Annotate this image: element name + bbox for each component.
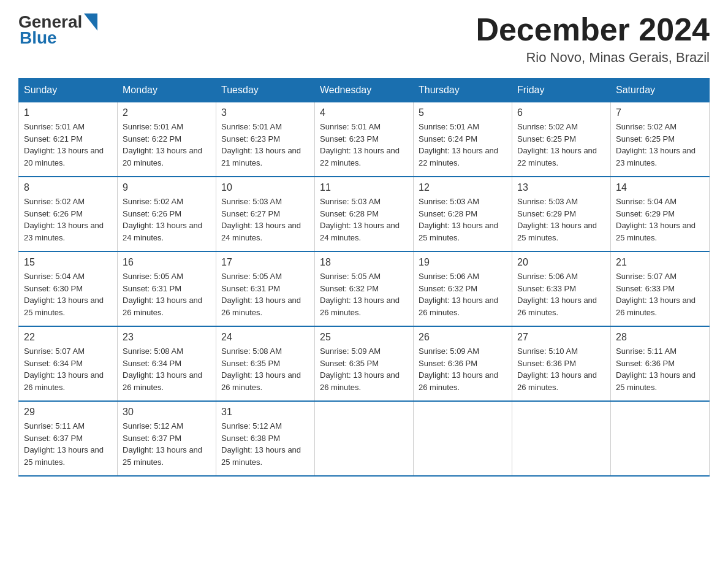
calendar-table: SundayMondayTuesdayWednesdayThursdayFrid… bbox=[18, 78, 710, 477]
day-number: 10 bbox=[221, 182, 309, 193]
svg-marker-0 bbox=[84, 13, 97, 31]
day-number: 27 bbox=[517, 332, 605, 343]
calendar-cell bbox=[611, 401, 710, 476]
calendar-cell: 15Sunrise: 5:04 AMSunset: 6:30 PMDayligh… bbox=[19, 251, 118, 326]
calendar-cell: 21Sunrise: 5:07 AMSunset: 6:33 PMDayligh… bbox=[611, 251, 710, 326]
calendar-week-row: 1Sunrise: 5:01 AMSunset: 6:21 PMDaylight… bbox=[19, 102, 710, 177]
day-info: Sunrise: 5:11 AMSunset: 6:36 PMDaylight:… bbox=[616, 345, 704, 393]
day-number: 24 bbox=[221, 332, 309, 343]
day-number: 16 bbox=[123, 257, 211, 268]
day-number: 30 bbox=[123, 407, 211, 418]
calendar-cell: 7Sunrise: 5:02 AMSunset: 6:25 PMDaylight… bbox=[611, 102, 710, 177]
day-info: Sunrise: 5:02 AMSunset: 6:26 PMDaylight:… bbox=[123, 196, 211, 243]
day-info: Sunrise: 5:05 AMSunset: 6:32 PMDaylight:… bbox=[320, 270, 408, 318]
calendar-cell: 29Sunrise: 5:11 AMSunset: 6:37 PMDayligh… bbox=[19, 401, 118, 476]
day-info: Sunrise: 5:08 AMSunset: 6:34 PMDaylight:… bbox=[123, 345, 211, 393]
day-info: Sunrise: 5:10 AMSunset: 6:36 PMDaylight:… bbox=[517, 345, 605, 393]
calendar-cell: 4Sunrise: 5:01 AMSunset: 6:23 PMDaylight… bbox=[315, 102, 414, 177]
location-title: Rio Novo, Minas Gerais, Brazil bbox=[476, 50, 710, 66]
calendar-cell: 20Sunrise: 5:06 AMSunset: 6:33 PMDayligh… bbox=[512, 251, 611, 326]
calendar-week-row: 15Sunrise: 5:04 AMSunset: 6:30 PMDayligh… bbox=[19, 251, 710, 326]
calendar-header-wednesday: Wednesday bbox=[315, 79, 414, 102]
day-info: Sunrise: 5:01 AMSunset: 6:22 PMDaylight:… bbox=[123, 121, 211, 169]
calendar-cell: 26Sunrise: 5:09 AMSunset: 6:36 PMDayligh… bbox=[414, 326, 512, 401]
calendar-week-row: 8Sunrise: 5:02 AMSunset: 6:26 PMDaylight… bbox=[19, 177, 710, 251]
calendar-cell: 25Sunrise: 5:09 AMSunset: 6:35 PMDayligh… bbox=[315, 326, 414, 401]
day-number: 2 bbox=[123, 107, 211, 118]
calendar-cell: 16Sunrise: 5:05 AMSunset: 6:31 PMDayligh… bbox=[118, 251, 216, 326]
day-info: Sunrise: 5:01 AMSunset: 6:24 PMDaylight:… bbox=[419, 121, 507, 169]
calendar-cell: 31Sunrise: 5:12 AMSunset: 6:38 PMDayligh… bbox=[216, 401, 315, 476]
day-number: 9 bbox=[123, 182, 211, 193]
day-info: Sunrise: 5:02 AMSunset: 6:25 PMDaylight:… bbox=[517, 121, 605, 169]
day-info: Sunrise: 5:07 AMSunset: 6:34 PMDaylight:… bbox=[24, 345, 112, 393]
calendar-cell: 22Sunrise: 5:07 AMSunset: 6:34 PMDayligh… bbox=[19, 326, 118, 401]
calendar-header-friday: Friday bbox=[512, 79, 611, 102]
calendar-cell: 17Sunrise: 5:05 AMSunset: 6:31 PMDayligh… bbox=[216, 251, 315, 326]
day-info: Sunrise: 5:01 AMSunset: 6:23 PMDaylight:… bbox=[320, 121, 408, 169]
calendar-cell: 27Sunrise: 5:10 AMSunset: 6:36 PMDayligh… bbox=[512, 326, 611, 401]
day-info: Sunrise: 5:09 AMSunset: 6:35 PMDaylight:… bbox=[320, 345, 408, 393]
calendar-cell bbox=[512, 401, 611, 476]
day-info: Sunrise: 5:01 AMSunset: 6:23 PMDaylight:… bbox=[221, 121, 309, 169]
day-info: Sunrise: 5:03 AMSunset: 6:29 PMDaylight:… bbox=[517, 196, 605, 243]
calendar-cell: 2Sunrise: 5:01 AMSunset: 6:22 PMDaylight… bbox=[118, 102, 216, 177]
day-number: 3 bbox=[221, 107, 309, 118]
calendar-cell: 12Sunrise: 5:03 AMSunset: 6:28 PMDayligh… bbox=[414, 177, 512, 251]
day-number: 25 bbox=[320, 332, 408, 343]
logo: General Blue bbox=[18, 12, 97, 48]
calendar-cell: 14Sunrise: 5:04 AMSunset: 6:29 PMDayligh… bbox=[611, 177, 710, 251]
day-info: Sunrise: 5:02 AMSunset: 6:25 PMDaylight:… bbox=[616, 121, 704, 169]
calendar-cell: 9Sunrise: 5:02 AMSunset: 6:26 PMDaylight… bbox=[118, 177, 216, 251]
calendar-header-sunday: Sunday bbox=[19, 79, 118, 102]
day-info: Sunrise: 5:06 AMSunset: 6:33 PMDaylight:… bbox=[517, 270, 605, 318]
day-number: 12 bbox=[419, 182, 507, 193]
calendar-week-row: 22Sunrise: 5:07 AMSunset: 6:34 PMDayligh… bbox=[19, 326, 710, 401]
day-number: 22 bbox=[24, 332, 112, 343]
day-number: 19 bbox=[419, 257, 507, 268]
day-info: Sunrise: 5:01 AMSunset: 6:21 PMDaylight:… bbox=[24, 121, 112, 169]
calendar-header-tuesday: Tuesday bbox=[216, 79, 315, 102]
day-info: Sunrise: 5:07 AMSunset: 6:33 PMDaylight:… bbox=[616, 270, 704, 318]
calendar-header-row: SundayMondayTuesdayWednesdayThursdayFrid… bbox=[19, 79, 710, 102]
day-number: 28 bbox=[616, 332, 704, 343]
calendar-cell: 10Sunrise: 5:03 AMSunset: 6:27 PMDayligh… bbox=[216, 177, 315, 251]
calendar-cell: 11Sunrise: 5:03 AMSunset: 6:28 PMDayligh… bbox=[315, 177, 414, 251]
day-number: 18 bbox=[320, 257, 408, 268]
day-number: 15 bbox=[24, 257, 112, 268]
calendar-cell bbox=[414, 401, 512, 476]
calendar-cell: 5Sunrise: 5:01 AMSunset: 6:24 PMDaylight… bbox=[414, 102, 512, 177]
page-header: General Blue December 2024 Rio Novo, Min… bbox=[18, 12, 710, 66]
day-info: Sunrise: 5:04 AMSunset: 6:30 PMDaylight:… bbox=[24, 270, 112, 318]
day-number: 17 bbox=[221, 257, 309, 268]
day-number: 20 bbox=[517, 257, 605, 268]
day-info: Sunrise: 5:02 AMSunset: 6:26 PMDaylight:… bbox=[24, 196, 112, 243]
day-number: 13 bbox=[517, 182, 605, 193]
logo-blue-text: Blue bbox=[20, 28, 57, 48]
day-number: 29 bbox=[24, 407, 112, 418]
calendar-cell: 8Sunrise: 5:02 AMSunset: 6:26 PMDaylight… bbox=[19, 177, 118, 251]
day-number: 8 bbox=[24, 182, 112, 193]
day-info: Sunrise: 5:03 AMSunset: 6:28 PMDaylight:… bbox=[419, 196, 507, 243]
calendar-cell: 30Sunrise: 5:12 AMSunset: 6:37 PMDayligh… bbox=[118, 401, 216, 476]
day-number: 14 bbox=[616, 182, 704, 193]
day-number: 11 bbox=[320, 182, 408, 193]
day-number: 1 bbox=[24, 107, 112, 118]
day-info: Sunrise: 5:05 AMSunset: 6:31 PMDaylight:… bbox=[123, 270, 211, 318]
calendar-cell: 28Sunrise: 5:11 AMSunset: 6:36 PMDayligh… bbox=[611, 326, 710, 401]
day-info: Sunrise: 5:04 AMSunset: 6:29 PMDaylight:… bbox=[616, 196, 704, 243]
calendar-header-monday: Monday bbox=[118, 79, 216, 102]
calendar-cell: 18Sunrise: 5:05 AMSunset: 6:32 PMDayligh… bbox=[315, 251, 414, 326]
calendar-cell: 6Sunrise: 5:02 AMSunset: 6:25 PMDaylight… bbox=[512, 102, 611, 177]
day-number: 26 bbox=[419, 332, 507, 343]
calendar-cell: 24Sunrise: 5:08 AMSunset: 6:35 PMDayligh… bbox=[216, 326, 315, 401]
day-info: Sunrise: 5:12 AMSunset: 6:38 PMDaylight:… bbox=[221, 420, 309, 468]
day-number: 5 bbox=[419, 107, 507, 118]
day-number: 6 bbox=[517, 107, 605, 118]
day-info: Sunrise: 5:08 AMSunset: 6:35 PMDaylight:… bbox=[221, 345, 309, 393]
day-info: Sunrise: 5:03 AMSunset: 6:27 PMDaylight:… bbox=[221, 196, 309, 243]
day-number: 7 bbox=[616, 107, 704, 118]
logo-flag-icon bbox=[84, 13, 97, 31]
day-number: 4 bbox=[320, 107, 408, 118]
calendar-cell: 1Sunrise: 5:01 AMSunset: 6:21 PMDaylight… bbox=[19, 102, 118, 177]
